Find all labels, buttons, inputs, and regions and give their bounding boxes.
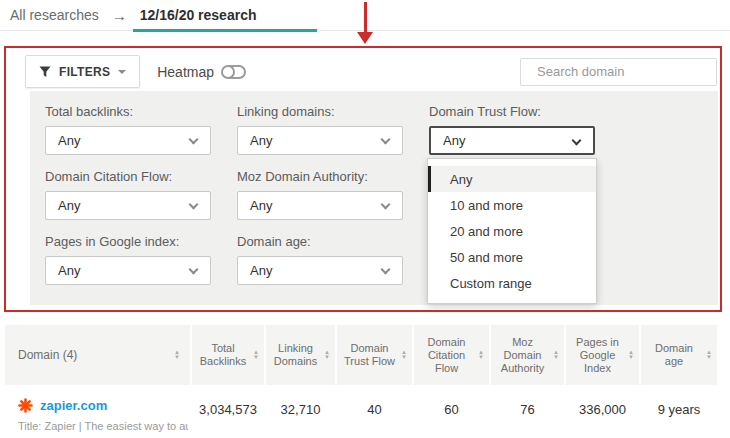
- domain-link[interactable]: zapier.com: [40, 398, 107, 413]
- domain-trust-flow-select[interactable]: Any: [429, 126, 595, 155]
- header-label: Linking Domains: [271, 342, 320, 368]
- cell-pages-in-google-index: 336,000: [566, 388, 639, 438]
- results-table: Domain (4) Total Backlinks Linking Domai…: [5, 325, 717, 438]
- header-domain-trust-flow[interactable]: Domain Trust Flow: [337, 325, 412, 385]
- filter-label: Domain Trust Flow:: [429, 104, 595, 119]
- sort-icon[interactable]: [174, 350, 180, 360]
- linking-domains-select[interactable]: Any: [237, 126, 403, 155]
- total-backlinks-select[interactable]: Any: [45, 126, 211, 155]
- sort-icon[interactable]: [706, 350, 712, 360]
- chevron-down-icon: [381, 265, 391, 275]
- filter-label: Pages in Google index:: [45, 234, 211, 249]
- table-row-domain-cell: zapier.com Title: Zapier | The easiest w…: [5, 388, 190, 438]
- cell-linking-domains: 32,710: [266, 388, 335, 438]
- cell-moz-domain-authority: 76: [491, 388, 564, 438]
- dropdown-option-custom-range[interactable]: Custom range: [428, 270, 596, 296]
- header-label: Domain (4): [18, 349, 77, 362]
- filter-linking-domains: Linking domains: Any: [237, 104, 403, 155]
- chevron-down-icon: [189, 200, 199, 210]
- heatmap-label: Heatmap: [157, 64, 214, 80]
- filter-total-backlinks: Total backlinks: Any: [45, 104, 211, 155]
- toggle-knob: [221, 65, 235, 79]
- dropdown-option-10-and-more[interactable]: 10 and more: [428, 192, 596, 218]
- filter-label: Linking domains:: [237, 104, 403, 119]
- sort-icon[interactable]: [324, 350, 330, 360]
- dropdown-option-50-and-more[interactable]: 50 and more: [428, 244, 596, 270]
- header-label: Domain Trust Flow: [342, 342, 397, 368]
- breadcrumb-all-researches[interactable]: All researches: [10, 7, 99, 23]
- filters-toolbar: FILTERS Heatmap: [25, 55, 717, 88]
- cell-domain-citation-flow: 60: [414, 388, 489, 438]
- zapier-favicon-icon: [18, 398, 33, 413]
- select-value: Any: [58, 198, 80, 213]
- filter-moz-domain-authority: Moz Domain Authority: Any: [237, 169, 403, 220]
- select-value: Any: [250, 263, 272, 278]
- filters-button[interactable]: FILTERS: [25, 55, 140, 88]
- select-value: Any: [250, 133, 272, 148]
- breadcrumb-arrow-icon: →: [112, 7, 127, 24]
- page: All researches → 12/16/20 research FILTE…: [0, 0, 730, 438]
- active-tab-underline: [133, 29, 317, 32]
- sort-icon[interactable]: [253, 350, 259, 360]
- cell-domain-trust-flow: 40: [337, 388, 412, 438]
- header-label: Domain age: [646, 342, 702, 368]
- chevron-down-icon: [381, 200, 391, 210]
- chevron-down-icon: [572, 136, 582, 146]
- header-moz-domain-authority[interactable]: Moz Domain Authority: [491, 325, 564, 385]
- chevron-down-icon: [381, 135, 391, 145]
- domain-age-select[interactable]: Any: [237, 256, 403, 285]
- header-pages-in-google-index[interactable]: Pages in Google Index: [566, 325, 639, 385]
- sort-icon[interactable]: [553, 350, 559, 360]
- chevron-down-icon: [189, 265, 199, 275]
- sort-icon[interactable]: [628, 350, 634, 360]
- filter-label: Domain Citation Flow:: [45, 169, 211, 184]
- header-domain-citation-flow[interactable]: Domain Citation Flow: [414, 325, 489, 385]
- select-value: Any: [58, 133, 80, 148]
- filter-panel: Total backlinks: Any Linking domains: An…: [30, 91, 718, 305]
- filters-button-label: FILTERS: [59, 65, 110, 79]
- domain-citation-flow-select[interactable]: Any: [45, 191, 211, 220]
- filter-domain-trust-flow: Domain Trust Flow: Any: [429, 104, 595, 155]
- select-value: Any: [443, 133, 465, 148]
- header-total-backlinks[interactable]: Total Backlinks: [192, 325, 264, 385]
- annotation-arrow-head: [357, 32, 373, 44]
- cell-domain-age: 9 years: [641, 388, 717, 438]
- header-label: Pages in Google Index: [571, 336, 624, 375]
- filter-domain-citation-flow: Domain Citation Flow: Any: [45, 169, 211, 220]
- header-linking-domains[interactable]: Linking Domains: [266, 325, 335, 385]
- header-domain[interactable]: Domain (4): [5, 325, 190, 385]
- filter-domain-age: Domain age: Any: [237, 234, 403, 285]
- search-domain-input[interactable]: [537, 64, 713, 79]
- filter-label: Total backlinks:: [45, 104, 211, 119]
- select-value: Any: [250, 198, 272, 213]
- filter-pages-in-google-index: Pages in Google index: Any: [45, 234, 211, 285]
- moz-domain-authority-select[interactable]: Any: [237, 191, 403, 220]
- filter-label: Domain age:: [237, 234, 403, 249]
- pages-in-google-index-select[interactable]: Any: [45, 256, 211, 285]
- domain-title: Title: Zapier | The easiest way to auto.…: [18, 420, 188, 432]
- domain-trust-flow-dropdown: Any 10 and more 20 and more 50 and more …: [427, 158, 597, 304]
- breadcrumb: All researches → 12/16/20 research: [0, 0, 730, 31]
- cell-total-backlinks: 3,034,573: [192, 388, 264, 438]
- sort-icon[interactable]: [478, 350, 484, 360]
- header-label: Domain Citation Flow: [419, 336, 474, 375]
- chevron-down-icon: [118, 70, 126, 74]
- header-label: Moz Domain Authority: [496, 336, 549, 375]
- filter-label: Moz Domain Authority:: [237, 169, 403, 184]
- dropdown-option-20-and-more[interactable]: 20 and more: [428, 218, 596, 244]
- dropdown-option-any[interactable]: Any: [428, 166, 596, 192]
- heatmap-toggle[interactable]: [221, 65, 246, 79]
- select-value: Any: [58, 263, 80, 278]
- header-domain-age[interactable]: Domain age: [641, 325, 717, 385]
- chevron-down-icon: [189, 135, 199, 145]
- header-label: Total Backlinks: [197, 342, 249, 368]
- sort-icon[interactable]: [401, 350, 407, 360]
- funnel-icon: [39, 66, 51, 78]
- breadcrumb-current-research[interactable]: 12/16/20 research: [140, 7, 257, 23]
- search-domain-box: [520, 58, 717, 86]
